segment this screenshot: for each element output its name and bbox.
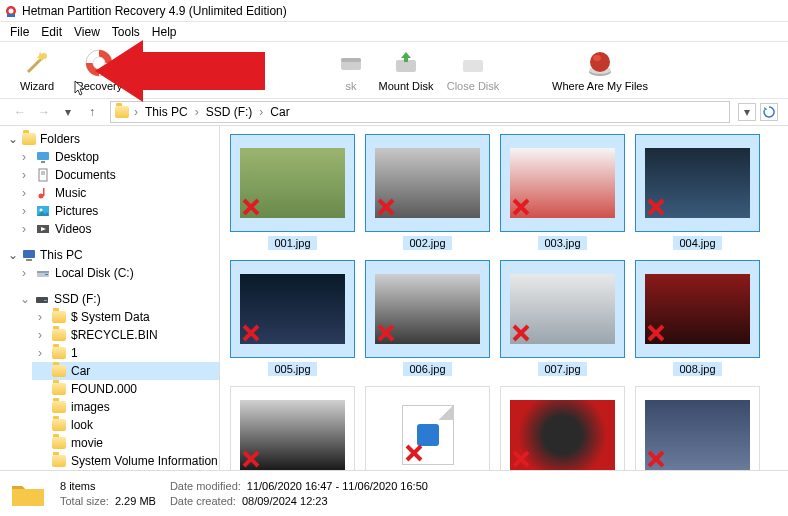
title-bar: Hetman Partition Recovery 4.9 (Unlimited…	[0, 0, 788, 22]
chevron-down-icon[interactable]: ⌄	[20, 292, 30, 306]
chevron-down-icon[interactable]: ⌄	[8, 248, 18, 262]
computer-icon	[22, 248, 36, 262]
mount-disk-icon	[391, 48, 421, 78]
crumb-folder[interactable]: Car	[268, 105, 291, 119]
folder-icon	[52, 364, 66, 378]
menu-view[interactable]: View	[68, 23, 106, 41]
menu-edit[interactable]: Edit	[35, 23, 68, 41]
breadcrumb[interactable]: › This PC › SSD (F:) › Car	[110, 101, 730, 123]
svg-rect-22	[43, 188, 45, 196]
file-thumb[interactable]: 010.jpg	[365, 386, 490, 470]
crumb-drive[interactable]: SSD (F:)	[204, 105, 255, 119]
file-name: 002.jpg	[403, 236, 451, 250]
folder-icon	[52, 382, 66, 396]
menu-help[interactable]: Help	[146, 23, 183, 41]
close-disk-button[interactable]: Close Disk	[444, 43, 502, 97]
menu-bar: File Edit View Tools Help	[0, 22, 788, 42]
chevron-right-icon[interactable]: ›	[38, 310, 48, 324]
tree-item-found000[interactable]: FOUND.000	[32, 380, 219, 398]
file-thumb[interactable]: 008.jpg	[635, 260, 760, 376]
tree-item-desktop[interactable]: ›Desktop	[16, 148, 219, 166]
menu-file[interactable]: File	[4, 23, 35, 41]
tree-thispc-root[interactable]: ⌄ This PC	[0, 246, 219, 264]
tree-item-documents[interactable]: ›Documents	[16, 166, 219, 184]
chevron-right-icon[interactable]: ›	[22, 150, 32, 164]
deleted-x-icon	[405, 444, 423, 462]
window-title: Hetman Partition Recovery 4.9 (Unlimited…	[22, 4, 287, 18]
status-modified-label: Date modified:	[170, 480, 241, 492]
file-thumb[interactable]: 004.jpg	[635, 134, 760, 250]
menu-tools[interactable]: Tools	[106, 23, 146, 41]
tree-item-sysdata[interactable]: ›$ System Data	[32, 308, 219, 326]
app-icon	[4, 4, 18, 18]
file-thumb[interactable]: 001.jpg	[230, 134, 355, 250]
file-grid[interactable]: 001.jpg 002.jpg 003.jpg 004.jpg 005.jpg …	[220, 126, 788, 470]
mount-disk-label: Mount Disk	[378, 80, 433, 92]
file-name: 001.jpg	[268, 236, 316, 250]
folder-icon	[52, 310, 66, 324]
status-totalsize-value: 2.29 MB	[115, 495, 156, 507]
refresh-button[interactable]	[760, 103, 778, 121]
svg-rect-9	[341, 58, 361, 62]
file-thumb[interactable]: 003.jpg	[500, 134, 625, 250]
file-thumb[interactable]: 007.jpg	[500, 260, 625, 376]
lifebuoy-icon	[84, 48, 114, 78]
chevron-right-icon[interactable]: ›	[38, 346, 48, 360]
tree-item-ssd[interactable]: ⌄SSD (F:)	[16, 290, 219, 308]
nav-up-button[interactable]: ↑	[82, 102, 102, 122]
nav-back-button[interactable]: ←	[10, 102, 30, 122]
tree-item-car[interactable]: Car	[32, 362, 219, 380]
folder-tree[interactable]: ⌄ Folders ›Desktop ›Documents ›Music ›Pi…	[0, 126, 220, 470]
status-modified-value: 11/06/2020 16:47 - 11/06/2020 16:50	[247, 480, 428, 492]
tree-item-recycle[interactable]: ›$RECYCLE.BIN	[32, 326, 219, 344]
nav-forward-button[interactable]: →	[34, 102, 54, 122]
folder-icon	[52, 436, 66, 450]
tree-item-pictures[interactable]: ›Pictures	[16, 202, 219, 220]
file-name: 005.jpg	[268, 362, 316, 376]
file-thumb[interactable]: 011.jpg	[500, 386, 625, 470]
file-name: 004.jpg	[673, 236, 721, 250]
chevron-right-icon[interactable]: ›	[22, 186, 32, 200]
deleted-x-icon	[512, 450, 530, 468]
recovery-button[interactable]: Recovery	[72, 43, 126, 97]
cursor-icon	[74, 80, 86, 96]
chevron-right-icon[interactable]: ›	[38, 328, 48, 342]
file-thumb[interactable]: 005.jpg	[230, 260, 355, 376]
where-files-button[interactable]: Where Are My Files	[550, 43, 650, 97]
generic-image-icon	[402, 405, 454, 465]
file-thumb[interactable]: 002.jpg	[365, 134, 490, 250]
status-created-label: Date created:	[170, 495, 236, 507]
where-files-label: Where Are My Files	[552, 80, 648, 92]
chevron-right-icon[interactable]: ›	[22, 266, 32, 280]
mount-disk-button[interactable]: Mount Disk	[376, 43, 436, 97]
folder-icon	[52, 346, 66, 360]
file-thumb[interactable]: 009.jpg	[230, 386, 355, 470]
chevron-right-icon[interactable]: ›	[22, 204, 32, 218]
drive-icon	[35, 292, 49, 306]
wizard-button[interactable]: Wizard	[10, 43, 64, 97]
tree-folders-root[interactable]: ⌄ Folders	[0, 130, 219, 148]
disk-button-hidden[interactable]: sk	[334, 43, 368, 97]
chevron-right-icon[interactable]: ›	[22, 168, 32, 182]
svg-point-21	[39, 194, 44, 199]
deleted-x-icon	[242, 324, 260, 342]
chevron-down-icon[interactable]: ⌄	[8, 132, 18, 146]
chevron-right-icon[interactable]: ›	[22, 222, 32, 236]
tree-item-localdisk[interactable]: ›Local Disk (C:)	[16, 264, 219, 282]
breadcrumb-history-button[interactable]: ▾	[738, 103, 756, 121]
tree-item-svi[interactable]: System Volume Information	[32, 452, 219, 470]
svg-point-14	[590, 52, 610, 72]
chevron-right-icon: ›	[192, 105, 202, 119]
crumb-thispc[interactable]: This PC	[143, 105, 190, 119]
folder-icon	[52, 454, 66, 468]
tree-item-images[interactable]: images	[32, 398, 219, 416]
tree-item-1[interactable]: ›1	[32, 344, 219, 362]
nav-dropdown-button[interactable]: ▾	[58, 102, 78, 122]
file-thumb[interactable]: 006.jpg	[365, 260, 490, 376]
svg-rect-17	[41, 161, 45, 163]
tree-item-music[interactable]: ›Music	[16, 184, 219, 202]
tree-item-look[interactable]: look	[32, 416, 219, 434]
tree-item-movie[interactable]: movie	[32, 434, 219, 452]
file-thumb[interactable]: 012.jpg	[635, 386, 760, 470]
tree-item-videos[interactable]: ›Videos	[16, 220, 219, 238]
